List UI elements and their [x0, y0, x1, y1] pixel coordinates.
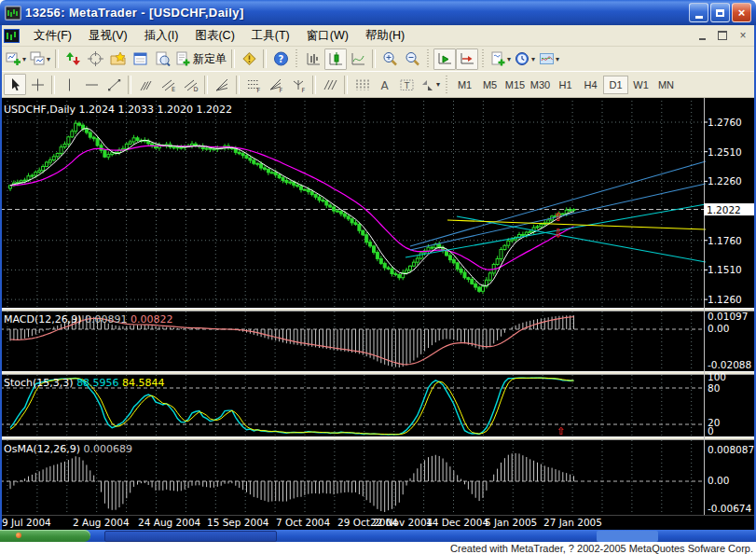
templates-button[interactable]: ▾: [537, 48, 561, 70]
windows-logo-icon: [16, 533, 21, 538]
fibo-retracement-button[interactable]: F: [242, 74, 265, 95]
chart-area[interactable]: ⇧⇩⇧1.27601.25101.22601.17601.15101.12601…: [0, 98, 756, 530]
menu-view[interactable]: 显视(V): [80, 26, 136, 46]
taskbar-task-button[interactable]: [104, 531, 277, 542]
svg-text:0.00: 0.00: [708, 323, 729, 334]
svg-text:1.1760: 1.1760: [708, 235, 742, 246]
indicators-button[interactable]: ▾: [488, 48, 513, 70]
timeframe-m5[interactable]: M5: [477, 76, 502, 94]
new-order-button[interactable]: 新定单: [173, 48, 228, 70]
svg-text:-0.02088: -0.02088: [708, 359, 751, 370]
date-label: 2 Aug 2004: [73, 517, 130, 528]
svg-text:1.2022: 1.2022: [707, 204, 741, 215]
timeframe-d1[interactable]: D1: [603, 76, 628, 94]
svg-text:0.00: 0.00: [708, 475, 729, 486]
chart-window-icon[interactable]: [4, 29, 20, 43]
maximize-button[interactable]: [710, 3, 730, 22]
equidistant-channel-button[interactable]: E: [157, 74, 179, 95]
svg-text:80: 80: [708, 382, 720, 394]
svg-text:0.01097: 0.01097: [708, 311, 748, 322]
watermark-text: Created with MetaTrader, ? 2002-2005 Met…: [450, 543, 753, 554]
timeframe-h1[interactable]: H1: [553, 76, 578, 94]
menu-window[interactable]: 窗口(W): [298, 26, 357, 46]
indicator-label: Stoch(15,3,3) 88.5956 84.5844: [4, 377, 165, 389]
timeframe-mn[interactable]: MN: [653, 76, 679, 94]
menu-file[interactable]: 文件(F): [25, 26, 80, 46]
crosshair-target-button[interactable]: [84, 48, 106, 70]
chart-shift-button[interactable]: [456, 48, 478, 70]
minimize-button[interactable]: [689, 3, 708, 22]
menu-charts[interactable]: 图表(C): [186, 26, 242, 46]
expert-advisors-button[interactable]: [238, 48, 260, 70]
arrows-button[interactable]: ▾: [418, 74, 442, 95]
periods-button[interactable]: ▾: [513, 48, 537, 70]
text-label-button[interactable]: T: [395, 74, 418, 95]
signal-marker: ⇩: [553, 227, 563, 241]
svg-text:1.1260: 1.1260: [708, 294, 742, 305]
cursor-button[interactable]: [4, 74, 26, 95]
line-chart-button[interactable]: [347, 48, 369, 70]
menu-insert[interactable]: 插入(I): [136, 26, 187, 46]
fibo-expansion-button[interactable]: F: [287, 74, 309, 95]
vertical-line-button[interactable]: [58, 74, 80, 95]
new-chart-button[interactable]: ▾: [4, 48, 28, 70]
metatrader-window: 13256: MetaTrader - [USDCHF,Daily] × 文件(…: [0, 0, 756, 554]
svg-text:1.1510: 1.1510: [708, 264, 742, 275]
andrews-pitchfork-button[interactable]: [134, 74, 157, 95]
trendline-button[interactable]: [103, 74, 125, 95]
cycle-lines-button[interactable]: [351, 74, 373, 95]
date-label: 24 Aug 2004: [138, 517, 201, 528]
mdi-minimize-button[interactable]: [694, 28, 709, 42]
find-button[interactable]: [151, 48, 173, 70]
close-button[interactable]: ×: [732, 3, 751, 22]
start-button[interactable]: [0, 530, 90, 542]
fibo-fan-button[interactable]: F: [265, 74, 287, 95]
timeframe-m30[interactable]: M30: [528, 76, 553, 94]
crosshair-button[interactable]: [26, 74, 48, 95]
data-window-button[interactable]: [129, 48, 151, 70]
svg-text:A: A: [380, 78, 389, 91]
toolbar-standard: ▾ ▾ 新定单 ?: [0, 47, 756, 72]
window-title: 13256: MetaTrader - [USDCHF,Daily]: [25, 6, 244, 20]
date-label: 14 Dec 2004: [426, 517, 488, 528]
zoom-out-button[interactable]: [401, 48, 423, 70]
svg-text:1.2760: 1.2760: [708, 117, 742, 128]
taskbar-task-button-2[interactable]: [597, 531, 658, 542]
svg-text:1.2510: 1.2510: [708, 146, 742, 158]
timeframe-m1[interactable]: M1: [452, 76, 477, 94]
signal-marker: ⇧: [553, 210, 563, 224]
candlestick-chart-button[interactable]: [324, 48, 347, 70]
svg-text:E: E: [172, 86, 175, 92]
horizontal-line-button[interactable]: [80, 74, 103, 95]
profiles-button[interactable]: ▾: [28, 48, 52, 70]
zoom-in-button[interactable]: [378, 48, 401, 70]
mdi-close-button[interactable]: ×: [735, 28, 750, 42]
menu-help[interactable]: 帮助(H): [357, 26, 413, 46]
app-icon: [5, 6, 21, 21]
menu-tools[interactable]: 工具(T): [243, 26, 298, 46]
mdi-restore-button[interactable]: [715, 28, 730, 42]
svg-text:?: ?: [278, 54, 283, 64]
auto-scroll-button[interactable]: [433, 48, 456, 70]
title-bar[interactable]: 13256: MetaTrader - [USDCHF,Daily] ×: [0, 0, 756, 25]
timeframe-m15[interactable]: M15: [502, 76, 528, 94]
help-button[interactable]: ?: [269, 48, 292, 70]
timeframe-h4[interactable]: H4: [578, 76, 603, 94]
svg-text:0.008087: 0.008087: [708, 444, 754, 455]
tick-chart-button[interactable]: [62, 48, 84, 70]
gann-fan-button[interactable]: [211, 74, 233, 95]
indicator-label: OsMA(12,26,9) 0.000689: [4, 443, 132, 455]
chart-title-label: USDCHF,Daily 1.2024 1.2033 1.2020 1.2022: [4, 104, 232, 116]
parallel-lines-button[interactable]: [319, 74, 341, 95]
date-label: 7 Oct 2004: [276, 517, 331, 528]
timeframe-w1[interactable]: W1: [628, 76, 653, 94]
bar-chart-button[interactable]: [302, 48, 324, 70]
indicator-label: MACD(12,26,9) 0.00891 0.00822: [4, 313, 173, 325]
svg-text:1.2260: 1.2260: [708, 175, 742, 187]
text-button[interactable]: A: [373, 74, 395, 95]
svg-text:F: F: [301, 86, 305, 92]
taskbar[interactable]: [0, 530, 756, 542]
stddev-channel-button[interactable]: D: [179, 74, 201, 95]
favorites-button[interactable]: [106, 48, 129, 70]
date-label: 27 Jan 2005: [543, 517, 602, 528]
